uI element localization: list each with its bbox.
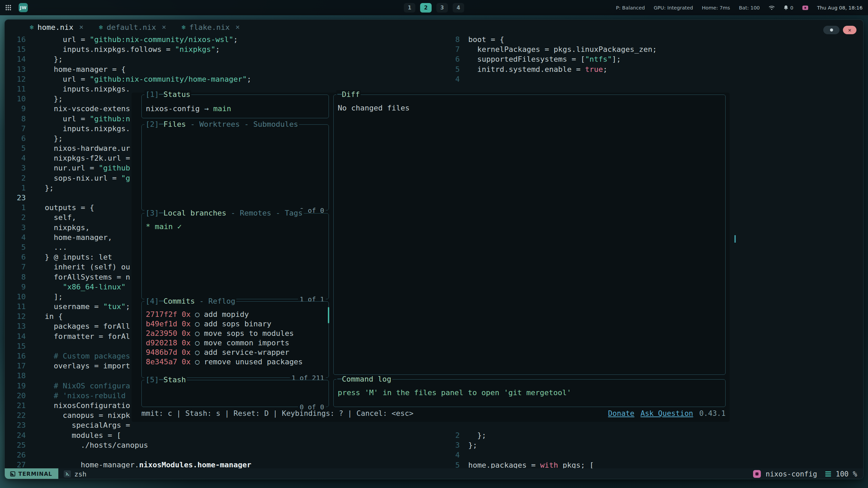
workspace-4[interactable]: 4 [453,3,464,13]
code-text [26,341,45,351]
command-log-content: press 'M' in the files panel to open 'gi… [334,380,725,397]
code-text: in { [26,311,63,321]
code-line[interactable]: 5 initrd.systemd.enable = true; [452,64,864,74]
workspace-1[interactable]: 1 [404,3,415,13]
lazygit-status-panel[interactable]: [1]Status nixos-config → main [141,95,329,118]
lazygit-commits-panel[interactable]: [4]Commits - Reflog 2717f2f0x○add mopidy… [141,301,329,378]
lazygit-command-log-panel[interactable]: Command log press 'M' in the files panel… [333,379,726,407]
code-line[interactable]: 24 modules = [ [5,430,452,440]
line-number: 6 [452,54,460,64]
code-line[interactable]: 3}; [452,440,864,450]
line-number: 3 [5,223,26,232]
lazygit-diff-panel[interactable]: Diff No changed files [333,95,726,375]
commit-row[interactable]: 9486b7d0x○add service-wrapper [146,348,324,357]
line-number: 3 [452,440,460,450]
commit-msg: add sops binary [204,319,271,329]
line-number: 14 [5,331,26,341]
line-number: 4 [5,232,26,242]
line-number: 4 [452,74,460,84]
commit-node: ○ [195,348,199,357]
commit-author: 0x [182,348,191,357]
workspace-3[interactable]: 3 [436,3,448,13]
line-number: 13 [5,321,26,331]
workspace-2[interactable]: 2 [420,3,432,13]
tab-close-icon[interactable]: × [79,23,83,31]
code-line[interactable]: 12 url = "github:nix-community/home-mana… [5,74,452,84]
commit-msg: add mopidy [204,310,249,319]
commit-node: ○ [195,329,199,338]
code-text: forAllSystems = n [26,272,130,282]
lazygit-files-panel[interactable]: [2]Files - Worktrees - Submodules 0 of 0 [141,124,329,210]
lazygit-branches-panel[interactable]: [3]Local branches - Remotes - Tags * mai… [141,213,329,299]
code-text: }; [26,183,54,193]
ping-module: Home: 7ms [702,5,730,11]
commit-row[interactable]: d9202180x○move common imports [146,338,324,348]
tab-close-icon[interactable]: × [162,23,166,31]
code-line[interactable]: 8boot = { [452,35,864,44]
code-text [26,371,45,381]
window-close-button[interactable]: ✕ [843,26,856,34]
nix-snowflake-icon: ❄ [182,23,185,31]
code-text: home-manager = { [26,64,125,74]
commit-row[interactable]: 2717f2f0x○add mopidy [146,310,324,319]
shell-segment[interactable]: zsh [64,470,86,478]
code-text: formatter = forAl [26,331,130,341]
code-line[interactable]: 4 [452,74,864,84]
code-line[interactable]: 14 }; [5,54,452,64]
line-number: 4 [452,450,460,460]
line-number: 2 [5,212,26,222]
lazygit-stash-panel[interactable]: [5]Stash 0 of 0 [141,380,329,407]
nix-snowflake-icon: ❄ [99,23,103,31]
code-text: boot = { [460,35,504,44]
line-number: 1 [5,183,26,193]
commit-list: 2717f2f0x○add mopidyb49ef1d0x○add sops b… [142,302,329,367]
tab-close-icon[interactable]: × [236,23,240,31]
donate-link[interactable]: Donate [608,409,634,418]
panel-key: [2] [145,120,159,129]
user-badge: JW [19,3,28,12]
tab-label: home.nix [37,23,73,32]
code-line[interactable]: 4 [452,450,864,460]
code-line[interactable]: 25 ./hosts/canopus [5,440,452,450]
code-text: url = "github:nix-community/nixos-wsl"; [26,35,238,44]
commit-author: 0x [182,338,191,348]
tab-home-nix[interactable]: ❄ home.nix × [30,23,83,32]
editor-scrollbar[interactable] [734,235,736,243]
tab-flake-nix[interactable]: ❄ flake.nix × [182,23,240,32]
code-line[interactable]: 16 url = "github:nix-community/nixos-wsl… [5,35,452,44]
panel-key: [4] [145,297,159,306]
code-line[interactable]: 2 }; [452,430,864,440]
code-line[interactable]: 6 supportedFilesystems = ["ntfs"]; [452,54,864,64]
border-dash [159,120,163,129]
shell-label: zsh [74,470,86,478]
code-text: # 'nixos-rebuild [26,391,125,401]
apps-grid-icon[interactable] [5,5,11,11]
code-text: nix-vscode-extens [26,104,130,114]
commit-row[interactable]: 2a239500x○move sops to modules [146,329,324,338]
tab-default-nix[interactable]: ❄ default.nix × [99,23,166,32]
commit-row[interactable]: b49ef1d0x○add sops binary [146,319,324,329]
code-line[interactable]: 15 inputs.nixpkgs.follows = "nixpkgs"; [5,44,452,54]
commit-author: 0x [182,319,191,329]
commit-row[interactable]: 8e345a70x○remove unused packages [146,357,324,367]
code-text: nixpkgs-f2k.url = [26,153,130,163]
code-line[interactable]: 13 home-manager = { [5,64,452,74]
code-line[interactable]: 26 [5,450,452,460]
code-line[interactable]: 7 kernelPackages = pkgs.linuxPackages_ze… [452,44,864,54]
line-number: 15 [5,341,26,351]
line-number: 5 [5,242,26,252]
line-number: 11 [5,302,26,311]
code-text: outputs = { [26,203,94,212]
editor-pane-right-top[interactable]: 8boot = {7 kernelPackages = pkgs.linuxPa… [452,35,864,84]
branch-item[interactable]: * main ✓ [146,222,182,231]
commits-scrollbar[interactable] [328,307,329,323]
ask-question-link[interactable]: Ask Question [640,409,693,418]
line-number: 6 [5,252,26,262]
line-number: 26 [5,450,26,460]
editor-pane-right-bottom[interactable]: 2 };3};45home.packages = with pkgs; [ [452,430,864,470]
panel-title: Diff [342,90,360,99]
commit-hash: 8e345a7 [146,357,177,367]
code-text: username = "tux"; [26,302,130,311]
commit-msg: move common imports [204,338,289,348]
window-pin-button[interactable] [823,26,840,34]
